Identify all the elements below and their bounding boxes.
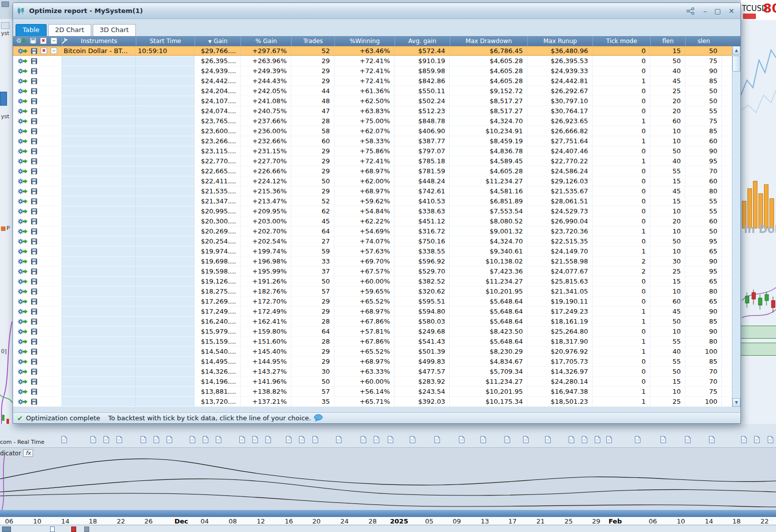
share-icon[interactable]: [686, 7, 696, 15]
chart-note-icon[interactable]: [581, 436, 588, 443]
run-optimization-icon[interactable]: [16, 37, 26, 44]
chart-note-icon[interactable]: [252, 436, 258, 443]
save-icon[interactable]: [31, 319, 37, 325]
vertical-scrollbar[interactable]: ▲ ▼: [732, 46, 740, 407]
table-row[interactable]: $24,074.... +240.75% 47 +63.83% $512.23 …: [13, 106, 740, 116]
save-icon[interactable]: [31, 218, 37, 224]
save-icon[interactable]: [31, 359, 37, 365]
col-header-trades[interactable]: Trades: [291, 36, 334, 46]
chart-note-icon[interactable]: [239, 436, 245, 443]
chart-note-icon[interactable]: [459, 436, 465, 443]
table-row[interactable]: $22,411.... +224.12% 50 +62.00% $448.24 …: [13, 176, 740, 186]
run-backtest-icon[interactable]: [18, 198, 28, 205]
tab-2d-chart[interactable]: 2D Chart: [48, 24, 91, 36]
save-icon[interactable]: [31, 128, 37, 134]
col-header-avg-gain[interactable]: Avg. gain: [395, 36, 450, 46]
chart-note-icon[interactable]: [166, 436, 172, 443]
save-icon[interactable]: [31, 399, 37, 405]
run-backtest-icon[interactable]: [18, 78, 28, 85]
table-row[interactable]: $24,939.... +249.39% 29 +72.41% $859.98 …: [13, 66, 740, 76]
save-icon[interactable]: [31, 379, 37, 385]
save-icon[interactable]: [31, 178, 37, 184]
chart-note-icon[interactable]: [545, 436, 551, 443]
chart-note-icon[interactable]: [523, 436, 529, 443]
save-icon[interactable]: [31, 98, 37, 104]
save-icon[interactable]: [31, 138, 37, 144]
save-icon[interactable]: [31, 148, 37, 154]
save-icon[interactable]: [31, 48, 37, 54]
run-backtest-icon[interactable]: [18, 158, 28, 165]
run-backtest-icon[interactable]: [18, 258, 28, 265]
table-row[interactable]: $14,196.... +141.96% 50 +60.00% $283.92 …: [13, 377, 740, 387]
table-row[interactable]: $13,720.... +137.21% 35 +65.71% $392.03 …: [13, 397, 740, 407]
col-header-max-drawdown[interactable]: Max Drawdown: [450, 36, 527, 46]
save-icon[interactable]: [31, 269, 37, 275]
chart-note-icon[interactable]: [61, 436, 67, 443]
minimize-icon[interactable]: –: [703, 8, 707, 15]
table-row[interactable]: $20,995.... +209.95% 62 +54.84% $338.63 …: [13, 206, 740, 216]
run-backtest-icon[interactable]: [18, 288, 28, 295]
save-report-icon[interactable]: [30, 38, 36, 44]
delete-all-icon[interactable]: ✖: [40, 38, 47, 44]
chart-note-icon[interactable]: [216, 436, 222, 443]
run-backtest-icon[interactable]: [18, 328, 28, 335]
save-icon[interactable]: [31, 68, 37, 74]
save-icon[interactable]: [31, 168, 37, 174]
table-row[interactable]: $20,254.... +202.54% 27 +74.07% $750.16 …: [13, 236, 740, 246]
chart-note-icon[interactable]: [434, 436, 440, 443]
save-icon[interactable]: [31, 299, 37, 305]
col-header-slen[interactable]: slen: [685, 36, 722, 46]
run-backtest-icon[interactable]: [18, 48, 28, 55]
save-icon[interactable]: [31, 118, 37, 124]
settings-wrench-icon[interactable]: [61, 37, 68, 44]
maximize-icon[interactable]: ▢: [714, 8, 721, 15]
col-header-gain[interactable]: ▼Gain: [195, 36, 241, 46]
run-backtest-icon[interactable]: [18, 138, 28, 145]
chart-note-icon[interactable]: [635, 436, 641, 443]
chart-note-icon[interactable]: [312, 436, 318, 443]
run-backtest-icon[interactable]: [18, 98, 28, 105]
table-row[interactable]: $23,115.... +231.15% 29 +75.86% $797.07 …: [13, 146, 740, 156]
save-icon[interactable]: [31, 88, 37, 94]
run-backtest-icon[interactable]: [18, 118, 28, 125]
save-icon[interactable]: [31, 58, 37, 64]
chart-note-icon[interactable]: [299, 436, 305, 443]
save-icon[interactable]: [31, 279, 37, 285]
taskbar-red-icon[interactable]: [71, 526, 76, 532]
scrollbar-thumb[interactable]: [732, 56, 740, 72]
save-icon[interactable]: [31, 158, 37, 164]
run-backtest-icon[interactable]: [18, 168, 28, 175]
chart-note-icon[interactable]: [90, 436, 96, 443]
save-icon[interactable]: [31, 258, 37, 264]
col-header-max-runup[interactable]: Max Runup: [527, 36, 593, 46]
table-row[interactable]: $23,765.... +237.66% 28 +75.00% $848.78 …: [13, 116, 740, 126]
save-icon[interactable]: [31, 238, 37, 244]
table-row[interactable]: $19,126.... +191.26% 50 +60.00% $382.52 …: [13, 277, 740, 287]
col-header-gain-pct[interactable]: % Gain: [241, 36, 291, 46]
table-row[interactable]: $22,770.... +227.70% 29 +72.41% $785.18 …: [13, 156, 740, 166]
run-backtest-icon[interactable]: [18, 338, 28, 345]
chart-note-icon[interactable]: [595, 436, 601, 443]
run-backtest-icon[interactable]: [18, 368, 28, 375]
table-row[interactable]: ✖ − Bitcoin Dollar - BT... 10:59:10 $29,…: [13, 46, 740, 56]
save-icon[interactable]: [31, 198, 37, 204]
table-row[interactable]: $21,535.... +215.36% 29 +68.97% $742.61 …: [13, 186, 740, 196]
close-icon[interactable]: ✕: [728, 8, 734, 15]
chart-note-icon[interactable]: [685, 436, 691, 443]
chart-note-icon[interactable]: [660, 436, 666, 443]
scroll-down-button[interactable]: ▼: [732, 398, 740, 407]
chart-note-icon[interactable]: [709, 436, 715, 443]
table-row[interactable]: $20,269.... +202.70% 64 +54.69% $316.72 …: [13, 226, 740, 236]
table-row[interactable]: $14,326.... +143.27% 30 +63.33% $477.57 …: [13, 367, 740, 377]
save-icon[interactable]: [31, 339, 37, 345]
table-row[interactable]: $15,159.... +151.60% 28 +67.86% $541.43 …: [13, 337, 740, 347]
run-backtest-icon[interactable]: [18, 108, 28, 115]
save-icon[interactable]: [31, 188, 37, 194]
table-row[interactable]: $14,495.... +144.95% 29 +68.97% $499.83 …: [13, 357, 740, 367]
table-row[interactable]: $21,347.... +213.47% 52 +59.62% $410.53 …: [13, 196, 740, 206]
chart-note-icon[interactable]: [360, 436, 366, 443]
chart-note-icon[interactable]: [373, 436, 379, 443]
taskbar-doc-icon[interactable]: [50, 526, 55, 532]
taskbar-gray-icon[interactable]: [84, 526, 89, 532]
run-backtest-icon[interactable]: [18, 188, 28, 195]
